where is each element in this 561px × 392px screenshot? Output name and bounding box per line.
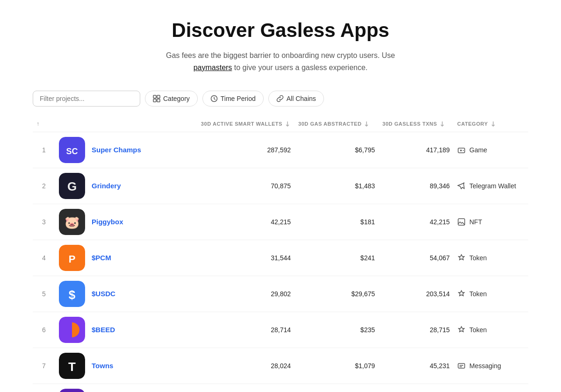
app-logo: P xyxy=(59,245,85,271)
th-gas-sort[interactable]: 30D GAS ABSTRACTED xyxy=(298,121,370,127)
svg-text:$: $ xyxy=(69,288,76,302)
txns-cell: 28,715 xyxy=(379,312,453,348)
category-cell: Messaging xyxy=(453,348,528,384)
rank-cell: 4 xyxy=(33,240,55,276)
svg-text:P: P xyxy=(69,253,76,265)
th-rank: ↑ xyxy=(33,116,55,132)
category-cell: Telegram Wallet xyxy=(453,168,528,204)
app-name-link[interactable]: Grindery xyxy=(92,182,121,190)
th-category: CATEGORY xyxy=(453,116,528,132)
search-input-wrap xyxy=(33,91,140,107)
th-gas: 30D GAS ABSTRACTED xyxy=(295,116,379,132)
category-filter-button[interactable]: Category xyxy=(145,91,198,107)
name-cell: SC Super Champs xyxy=(55,132,197,168)
rank-cell: 7 xyxy=(33,348,55,384)
svg-rect-2 xyxy=(153,99,156,102)
category-icon xyxy=(457,254,466,262)
projects-table: ↑ 30D ACTIVE SMART WALLETS 30D GAS ABSTR… xyxy=(33,116,528,392)
category-icon xyxy=(457,218,466,226)
txns-cell: 203,514 xyxy=(379,276,453,312)
name-cell: P $PCM xyxy=(55,240,197,276)
svg-rect-1 xyxy=(157,95,160,98)
wallets-cell: 42,215 xyxy=(197,204,295,240)
gas-cell: $6,795 xyxy=(295,132,379,168)
time-period-filter-label: Time Period xyxy=(221,95,256,102)
category-label: Telegram Wallet xyxy=(469,182,516,190)
app-logo: SC xyxy=(59,137,85,163)
svg-text:SC: SC xyxy=(66,147,78,156)
category-icon xyxy=(457,182,466,190)
txns-cell: 45,231 xyxy=(379,348,453,384)
txns-cell: 42,215 xyxy=(379,204,453,240)
table-row: 5 $ $USDC 29,802 $29,675 203,514 Token xyxy=(33,276,528,312)
page-subtitle: Gas fees are the biggest barrier to onbo… xyxy=(150,50,411,73)
rank-cell: 3 xyxy=(33,204,55,240)
wallets-cell: 28,714 xyxy=(197,312,295,348)
category-cell: Token xyxy=(453,276,528,312)
txns-cell: 312,435 xyxy=(379,384,453,392)
rank-cell: 5 xyxy=(33,276,55,312)
svg-text:G: G xyxy=(67,179,77,193)
rank-cell: 6 xyxy=(33,312,55,348)
category-cell: Token xyxy=(453,312,528,348)
svg-rect-3 xyxy=(157,99,160,102)
time-period-filter-button[interactable]: Time Period xyxy=(202,91,264,107)
link-icon xyxy=(276,95,284,102)
th-category-sort[interactable]: CATEGORY xyxy=(457,121,496,127)
txns-cell: 54,067 xyxy=(379,240,453,276)
th-name xyxy=(55,116,197,132)
category-label: Token xyxy=(469,254,487,262)
app-name-link[interactable]: Piggybox xyxy=(92,218,123,226)
app-name-link[interactable]: $PCM xyxy=(92,254,111,262)
category-cell: Game xyxy=(453,132,528,168)
app-name-link[interactable]: $BEED xyxy=(92,326,115,334)
page-header: Discover Gasless Apps Gas fees are the b… xyxy=(33,19,528,74)
app-name-link[interactable]: $USDC xyxy=(92,290,115,298)
svg-text:🐷: 🐷 xyxy=(65,215,80,230)
gas-cell: $29,675 xyxy=(295,276,379,312)
category-label: Token xyxy=(469,290,487,298)
category-label: Game xyxy=(469,146,487,154)
app-name-link[interactable]: Super Champs xyxy=(92,146,141,154)
table-row: 7 T Towns 28,024 $1,079 45,231 Messaging xyxy=(33,348,528,384)
name-cell: $BEED xyxy=(55,312,197,348)
page-container: Discover Gasless Apps Gas fees are the b… xyxy=(23,0,538,392)
grid-icon xyxy=(153,95,160,102)
table-row: 3 🐷 Piggybox 42,215 $181 42,215 NFT xyxy=(33,204,528,240)
wallets-cell: 25,586 xyxy=(197,384,295,392)
app-logo: 🐷 xyxy=(59,209,85,235)
wallets-cell: 28,024 xyxy=(197,348,295,384)
page-title: Discover Gasless Apps xyxy=(33,19,528,42)
clock-icon xyxy=(210,95,218,102)
search-input[interactable] xyxy=(33,91,140,107)
name-cell: 🐷 Piggybox xyxy=(55,204,197,240)
name-cell: G Grindery xyxy=(55,168,197,204)
app-logo: $ xyxy=(59,281,85,307)
category-cell: Token xyxy=(453,240,528,276)
th-wallets-sort[interactable]: 30D ACTIVE SMART WALLETS xyxy=(201,121,291,127)
app-name-link[interactable]: Towns xyxy=(92,362,113,370)
category-icon xyxy=(457,326,466,334)
th-txns-sort[interactable]: 30D GASLESS TXNS xyxy=(382,121,446,127)
app-logo xyxy=(59,317,85,343)
filters-row: Category Time Period All Chains xyxy=(33,91,528,107)
app-logo: T xyxy=(59,353,85,379)
wallets-cell: 287,592 xyxy=(197,132,295,168)
rank-cell: 1 xyxy=(33,132,55,168)
rank-cell: 8 xyxy=(33,384,55,392)
txns-cell: 89,346 xyxy=(379,168,453,204)
table-row: 2 G Grindery 70,875 $1,483 89,346 Telegr… xyxy=(33,168,528,204)
txns-cell: 417,189 xyxy=(379,132,453,168)
table-header-row: ↑ 30D ACTIVE SMART WALLETS 30D GAS ABSTR… xyxy=(33,116,528,132)
app-logo: ◆ xyxy=(59,389,85,392)
wallets-cell: 31,544 xyxy=(197,240,295,276)
table-row: 8 ◆ Polkamarket 25,586 $1,205 312,435 Pr… xyxy=(33,384,528,392)
gas-cell: $181 xyxy=(295,204,379,240)
name-cell: $ $USDC xyxy=(55,276,197,312)
all-chains-filter-button[interactable]: All Chains xyxy=(268,91,324,107)
paymasters-link[interactable]: paymasters xyxy=(194,64,232,71)
category-icon xyxy=(457,146,466,154)
category-label: NFT xyxy=(469,218,482,226)
category-filter-label: Category xyxy=(163,95,190,102)
svg-rect-22 xyxy=(458,363,465,368)
